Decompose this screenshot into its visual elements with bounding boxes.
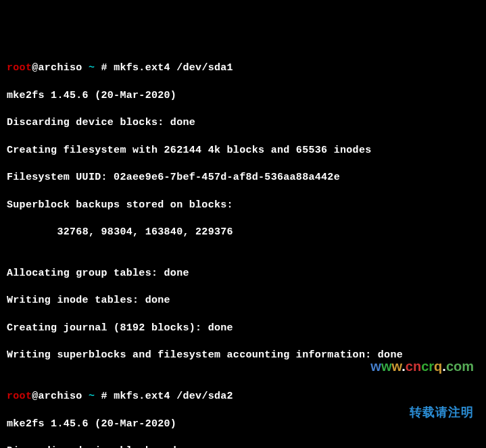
prompt-user: root	[7, 62, 32, 74]
prompt-user: root	[7, 391, 32, 402]
output-line: 32768, 98304, 163840, 229376	[7, 226, 479, 239]
watermark: www.cncrq.com 转载请注明	[370, 330, 474, 434]
output-line: Allocating group tables: done	[7, 267, 479, 280]
prompt-host: @archiso	[32, 391, 89, 402]
output-line: mke2fs 1.45.6 (20-Mar-2020)	[7, 89, 479, 103]
output-line: Discarding device blocks: done	[7, 445, 479, 448]
prompt-dir: ~	[89, 391, 95, 402]
prompt-line-1: root@archiso ~ # mkfs.ext4 /dev/sda1	[7, 61, 479, 75]
command-1: mkfs.ext4 /dev/sda1	[114, 62, 233, 74]
watermark-url: www.cncrq.com	[370, 357, 474, 376]
prompt-dir: ~	[89, 62, 95, 74]
output-line: Filesystem UUID: 02aee9e6-7bef-457d-af8d…	[7, 171, 479, 184]
command-2: mkfs.ext4 /dev/sda2	[114, 391, 233, 402]
prompt-host: @archiso	[32, 62, 89, 74]
output-line: Superblock backups stored on blocks:	[7, 199, 479, 212]
output-line: Creating filesystem with 262144 4k block…	[7, 144, 479, 157]
output-line: Discarding device blocks: done	[7, 116, 479, 130]
watermark-text: 转载请注明	[370, 404, 474, 420]
output-line: Writing inode tables: done	[7, 294, 479, 307]
